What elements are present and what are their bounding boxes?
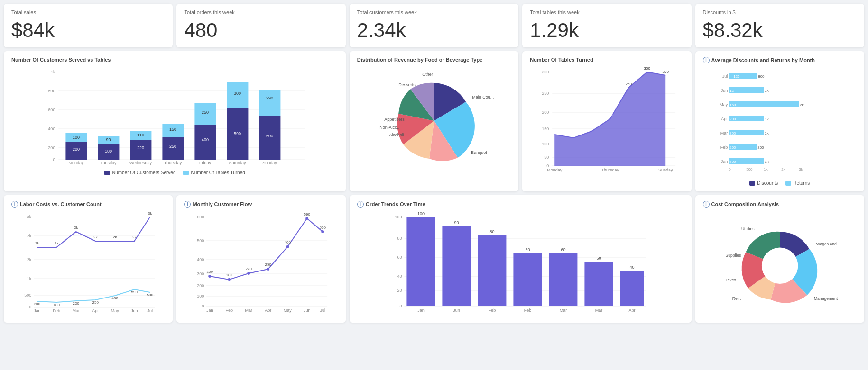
svg-text:500: 500 xyxy=(197,238,204,243)
svg-text:Rent: Rent xyxy=(732,296,741,301)
svg-text:300: 300 xyxy=(197,271,204,276)
svg-text:150: 150 xyxy=(169,127,176,132)
svg-text:1k: 1k xyxy=(765,160,769,164)
svg-text:Jan: Jan xyxy=(34,308,41,313)
legend-tables: Number Of Tables Turned xyxy=(183,170,245,175)
svg-text:150: 150 xyxy=(607,113,614,117)
svg-text:May: May xyxy=(284,308,292,313)
svg-text:200: 200 xyxy=(207,270,213,274)
svg-text:Mar: Mar xyxy=(72,308,80,313)
svg-text:Non-Alco...: Non-Alco... xyxy=(379,125,401,130)
discounts-returns-legend: Discounts Returns xyxy=(703,180,857,186)
svg-text:180: 180 xyxy=(105,149,112,153)
svg-text:3k: 3k xyxy=(27,215,32,219)
svg-text:2k: 2k xyxy=(132,235,137,239)
svg-text:Tuesday: Tuesday xyxy=(100,161,117,165)
svg-text:250: 250 xyxy=(265,262,272,267)
customers-tables-svg: 1k 800 600 400 200 0 200 100 Monday xyxy=(11,66,338,166)
svg-text:100: 100 xyxy=(552,128,558,133)
svg-text:Feb: Feb xyxy=(226,308,233,313)
svg-text:Thursday: Thursday xyxy=(601,168,619,172)
svg-text:Feb: Feb xyxy=(488,308,496,313)
svg-text:100: 100 xyxy=(395,215,402,219)
info-icon-labor: i xyxy=(11,201,18,208)
chart-order-trends-title: i Order Trends Over Time xyxy=(357,201,684,208)
bar-return-jun xyxy=(729,87,764,93)
svg-text:50: 50 xyxy=(596,256,601,261)
svg-text:100: 100 xyxy=(417,211,425,216)
legend-returns: Returns xyxy=(785,180,810,186)
kpi-label-customers: Total customers this week xyxy=(357,9,511,15)
svg-text:Friday: Friday xyxy=(199,161,212,165)
svg-text:Apr: Apr xyxy=(265,308,272,313)
bar-mar1-orders xyxy=(549,253,577,306)
svg-text:2k: 2k xyxy=(781,167,785,171)
kpi-label-discounts: Discounts in $ xyxy=(703,9,857,15)
svg-text:590: 590 xyxy=(304,212,311,217)
kpi-label-tables: Total tables this week xyxy=(530,9,683,15)
svg-text:2k: 2k xyxy=(55,241,59,245)
chart-discounts-returns: i Average Discounts and Returns by Month… xyxy=(695,51,864,191)
kpi-total-customers: Total customers this week 2.34k xyxy=(350,4,518,47)
svg-text:Utilities: Utilities xyxy=(741,226,754,231)
info-icon-discounts: i xyxy=(703,57,710,63)
svg-text:Feb: Feb xyxy=(524,308,531,313)
svg-text:300: 300 xyxy=(644,66,651,71)
svg-text:200: 200 xyxy=(34,302,41,306)
kpi-label-sales: Total sales xyxy=(11,9,165,15)
svg-text:250: 250 xyxy=(542,91,549,96)
dot-feb-flow xyxy=(228,278,231,281)
svg-text:500: 500 xyxy=(266,134,273,138)
svg-text:500: 500 xyxy=(746,167,753,171)
svg-text:1k: 1k xyxy=(51,70,55,74)
svg-text:180: 180 xyxy=(226,273,233,277)
chart-discounts-returns-title: i Average Discounts and Returns by Month xyxy=(703,57,857,63)
revenue-dist-svg: Main Cou... Banquet Alcoholi... Non-Alco… xyxy=(357,66,511,175)
legend-dot-customers xyxy=(104,171,110,175)
bar-customers-fri xyxy=(194,125,216,160)
svg-text:Mar: Mar xyxy=(245,308,253,313)
chart-cost-composition: i Cost Composition Analysis Wages and Ma… xyxy=(695,195,864,323)
svg-text:0: 0 xyxy=(729,167,731,171)
svg-text:Feb: Feb xyxy=(53,308,60,313)
dot-jul-flow xyxy=(322,230,324,233)
svg-text:110: 110 xyxy=(589,125,595,129)
svg-text:Jan: Jan xyxy=(720,159,728,164)
svg-text:400: 400 xyxy=(285,240,291,244)
svg-text:40: 40 xyxy=(629,265,634,270)
svg-text:Mar: Mar xyxy=(595,308,602,313)
dot-jan-flow xyxy=(209,275,212,278)
svg-text:300: 300 xyxy=(234,91,241,96)
svg-text:150: 150 xyxy=(729,103,736,107)
svg-text:Jul: Jul xyxy=(147,308,153,313)
monthly-flow-svg: 600 500 400 300 200 100 0 200 xyxy=(184,211,338,316)
chart-tables-turned: Number Of Tables Turned 300 250 200 150 … xyxy=(522,51,691,191)
svg-text:125: 125 xyxy=(733,74,740,79)
dot-apr-flow xyxy=(267,268,270,271)
svg-text:500: 500 xyxy=(729,160,736,164)
svg-text:500: 500 xyxy=(147,293,154,297)
svg-text:250: 250 xyxy=(92,300,99,305)
svg-text:3k: 3k xyxy=(148,211,152,216)
svg-text:Jan: Jan xyxy=(417,308,425,313)
bar-return-jul xyxy=(729,73,757,79)
svg-text:110: 110 xyxy=(137,133,144,137)
svg-text:May: May xyxy=(111,308,120,313)
svg-text:200: 200 xyxy=(542,110,549,115)
svg-text:40: 40 xyxy=(397,274,402,279)
bar-feb1-orders xyxy=(478,235,506,306)
svg-text:May: May xyxy=(720,102,728,107)
svg-text:220: 220 xyxy=(246,267,252,271)
donut-center xyxy=(762,248,798,284)
svg-text:200: 200 xyxy=(729,117,736,121)
chart-customers-tables-title: Number Of Customers Served vs Tables xyxy=(11,57,338,63)
tables-turned-svg: 300 250 200 150 100 50 0 100 90 110 xyxy=(530,66,683,175)
svg-text:400: 400 xyxy=(112,296,119,300)
chart-revenue-dist-title: Distribution of Revenue by Food or Bever… xyxy=(357,57,511,63)
svg-text:Monday: Monday xyxy=(547,168,563,172)
svg-text:200: 200 xyxy=(729,145,736,150)
svg-text:2k: 2k xyxy=(113,235,117,239)
svg-text:0: 0 xyxy=(202,304,204,308)
svg-text:Saturday: Saturday xyxy=(229,161,246,165)
customers-tables-legend: Number Of Customers Served Number Of Tab… xyxy=(11,170,338,175)
